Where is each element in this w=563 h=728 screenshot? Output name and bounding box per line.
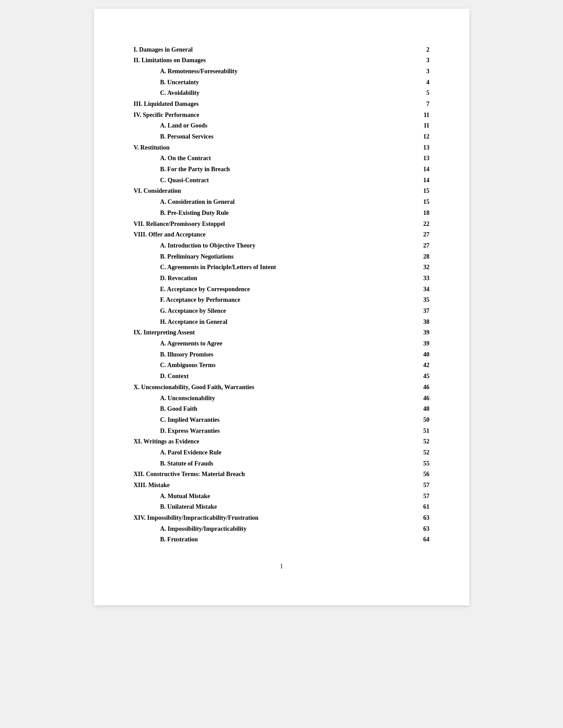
toc-entry-page: 39 xyxy=(385,338,430,349)
toc-entry-label: B. For the Party in Breach xyxy=(134,164,385,175)
toc-entry-page: 57 xyxy=(385,491,430,502)
toc-entry-label: C. Ambiguous Terms xyxy=(134,360,385,371)
toc-entry-page: 11 xyxy=(385,120,430,131)
toc-entry-page: 39 xyxy=(385,327,430,338)
toc-entry-page: 40 xyxy=(385,349,430,360)
toc-entry-label: A. Unconscionability xyxy=(134,393,385,404)
toc-row: X. Unconscionability, Good Faith, Warran… xyxy=(134,382,430,393)
toc-entry-label: C. Implied Warranties xyxy=(134,414,385,425)
toc-row: B. Statute of Frauds55 xyxy=(134,458,430,469)
toc-entry-page: 32 xyxy=(385,262,430,273)
toc-entry-label: V. Restitution xyxy=(134,142,385,153)
toc-entry-page: 13 xyxy=(385,142,430,153)
toc-entry-page: 13 xyxy=(385,153,430,164)
toc-entry-page: 22 xyxy=(385,218,430,229)
toc-row: D. Revocation33 xyxy=(134,273,430,284)
toc-entry-page: 12 xyxy=(385,131,430,143)
toc-entry-page: 7 xyxy=(385,98,430,109)
toc-entry-label: XI. Writings as Evidence xyxy=(134,436,385,447)
toc-entry-page: 61 xyxy=(385,502,430,513)
toc-entry-label: D. Express Warranties xyxy=(134,425,385,436)
toc-entry-label: XIV. Impossibility/Impracticability/Frus… xyxy=(134,513,385,524)
toc-entry-page: 3 xyxy=(385,55,430,66)
toc-row: E. Acceptance by Correspondence34 xyxy=(134,284,430,295)
toc-entry-page: 15 xyxy=(385,186,430,197)
toc-row: I. Damages in General2 xyxy=(134,44,430,55)
toc-entry-label: C. Quasi-Contract xyxy=(134,175,385,186)
toc-row: XIII. Mistake57 xyxy=(134,480,430,491)
toc-row: H. Acceptance in General38 xyxy=(134,316,430,327)
toc-row: B. For the Party in Breach14 xyxy=(134,164,430,175)
toc-entry-label: F. Acceptance by Performance xyxy=(134,295,385,306)
toc-row: IV. Specific Performance11 xyxy=(134,109,430,120)
toc-entry-page: 45 xyxy=(385,371,430,382)
toc-entry-page: 56 xyxy=(385,469,430,480)
toc-entry-label: A. Agreements to Agree xyxy=(134,338,385,349)
toc-entry-page: 15 xyxy=(385,197,430,208)
toc-entry-label: B. Uncertainty xyxy=(134,77,385,88)
toc-entry-page: 42 xyxy=(385,360,430,371)
toc-entry-label: X. Unconscionability, Good Faith, Warran… xyxy=(134,382,385,393)
toc-entry-label: E. Acceptance by Correspondence xyxy=(134,284,385,295)
toc-entry-page: 52 xyxy=(385,436,430,447)
toc-entry-page: 27 xyxy=(385,240,430,251)
toc-entry-page: 46 xyxy=(385,382,430,393)
toc-entry-label: XII. Constructive Terms: Material Breach xyxy=(134,469,385,480)
toc-entry-label: B. Frustration xyxy=(134,534,385,545)
toc-entry-label: D. Revocation xyxy=(134,273,385,284)
toc-row: F. Acceptance by Performance35 xyxy=(134,295,430,306)
toc-entry-label: II. Limitations on Damages xyxy=(134,55,385,66)
toc-entry-label: B. Preliminary Negotiations xyxy=(134,251,385,262)
toc-entry-label: A. Mutual Mistake xyxy=(134,491,385,502)
toc-entry-page: 57 xyxy=(385,480,430,491)
toc-row: A. Introduction to Objective Theory27 xyxy=(134,240,430,251)
toc-row: B. Good Faith48 xyxy=(134,404,430,415)
toc-row: XII. Constructive Terms: Material Breach… xyxy=(134,469,430,480)
toc-row: V. Restitution13 xyxy=(134,142,430,153)
toc-entry-page: 63 xyxy=(385,513,430,524)
toc-entry-label: B. Statute of Frauds xyxy=(134,458,385,469)
toc-row: B. Pre-Existing Duty Rule18 xyxy=(134,207,430,218)
toc-row: XIV. Impossibility/Impracticability/Frus… xyxy=(134,513,430,524)
toc-entry-label: G. Acceptance by Silence xyxy=(134,306,385,317)
toc-row: VII. Reliance/Promissory Estoppel22 xyxy=(134,218,430,229)
toc-entry-page: 63 xyxy=(385,523,430,534)
toc-row: C. Agreements in Principle/Letters of In… xyxy=(134,262,430,273)
toc-entry-label: H. Acceptance in General xyxy=(134,316,385,327)
toc-entry-label: VI. Consideration xyxy=(134,186,385,197)
toc-row: IX. Interpreting Assent39 xyxy=(134,327,430,338)
toc-row: D. Context45 xyxy=(134,371,430,382)
toc-entry-page: 5 xyxy=(385,88,430,99)
toc-row: VI. Consideration15 xyxy=(134,186,430,197)
toc-row: III. Liquidated Damages7 xyxy=(134,98,430,109)
toc-entry-page: 28 xyxy=(385,251,430,262)
toc-row: B. Illusory Promises40 xyxy=(134,349,430,360)
toc-entry-label: III. Liquidated Damages xyxy=(134,98,385,109)
page-number: 1 xyxy=(134,563,430,570)
toc-row: B. Personal Services12 xyxy=(134,131,430,143)
toc-row: A. Parol Evidence Rule52 xyxy=(134,447,430,458)
toc-row: B. Unilateral Mistake61 xyxy=(134,502,430,513)
toc-entry-page: 55 xyxy=(385,458,430,469)
toc-entry-page: 14 xyxy=(385,164,430,175)
toc-row: A. Land or Goods11 xyxy=(134,120,430,131)
toc-entry-page: 51 xyxy=(385,425,430,436)
toc-entry-page: 34 xyxy=(385,284,430,295)
toc-row: A. Unconscionability46 xyxy=(134,393,430,404)
toc-entry-label: B. Personal Services xyxy=(134,131,385,143)
toc-entry-page: 33 xyxy=(385,273,430,284)
toc-entry-label: IV. Specific Performance xyxy=(134,109,385,120)
toc-entry-label: VIII. Offer and Acceptance xyxy=(134,229,385,240)
toc-entry-label: D. Context xyxy=(134,371,385,382)
toc-entry-label: XIII. Mistake xyxy=(134,480,385,491)
toc-entry-page: 38 xyxy=(385,316,430,327)
toc-entry-label: B. Good Faith xyxy=(134,404,385,415)
toc-row: C. Implied Warranties50 xyxy=(134,414,430,425)
toc-entry-label: A. On the Contract xyxy=(134,153,385,164)
toc-entry-label: A. Parol Evidence Rule xyxy=(134,447,385,458)
toc-row: II. Limitations on Damages3 xyxy=(134,55,430,66)
toc-entry-page: 35 xyxy=(385,295,430,306)
toc-entry-page: 18 xyxy=(385,207,430,218)
toc-entry-label: C. Agreements in Principle/Letters of In… xyxy=(134,262,385,273)
toc-table: I. Damages in General2II. Limitations on… xyxy=(134,44,430,545)
